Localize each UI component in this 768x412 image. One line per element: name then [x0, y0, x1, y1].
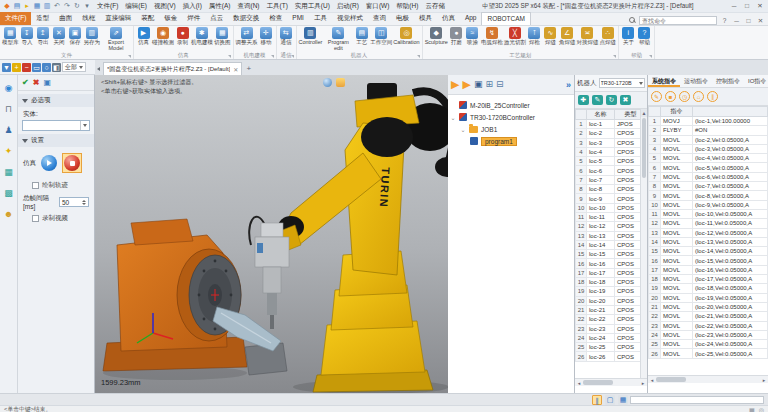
- panel-strip-icon[interactable]: ▦: [3, 167, 14, 178]
- menu-item[interactable]: 文件(F): [94, 2, 121, 11]
- ribbon-tab[interactable]: 点云: [205, 12, 228, 25]
- tab-system-instructions[interactable]: 系统指令: [648, 75, 680, 87]
- location-row[interactable]: 11loc-11CPOS: [576, 212, 647, 221]
- location-row[interactable]: 21loc-21CPOS: [576, 305, 647, 314]
- expand-icon[interactable]: ⌄: [450, 114, 456, 121]
- ribbon-button[interactable]: ▥Controller: [299, 27, 323, 46]
- ribbon-button[interactable]: ▶仿真: [136, 27, 151, 46]
- pause-instruction-icon[interactable]: ∥: [707, 91, 718, 102]
- tab-control-instructions[interactable]: 控制指令: [712, 75, 744, 87]
- location-row[interactable]: 6loc-6CPOS: [576, 166, 647, 175]
- quick-access-icon[interactable]: ▾: [83, 2, 91, 10]
- play-button[interactable]: [41, 155, 57, 171]
- filter-icon[interactable]: ○: [42, 63, 51, 72]
- instruction-row[interactable]: 23MOVL(loc-22,Vel:0.05000,A: [649, 321, 768, 330]
- entity-input[interactable]: [22, 120, 90, 131]
- ribbon-tab[interactable]: 钣金: [159, 12, 182, 25]
- menu-item[interactable]: 属性(A): [206, 2, 234, 11]
- instruction-row[interactable]: 18MOVL(loc-17,Vel:0.05000,A: [649, 275, 768, 284]
- ribbon-button[interactable]: ⇄调整关系: [236, 27, 258, 46]
- location-row[interactable]: 15loc-15CPOS: [576, 250, 647, 259]
- location-row[interactable]: 17loc-17CPOS: [576, 268, 647, 277]
- filter-icon[interactable]: −: [22, 63, 31, 72]
- scroll-thumb[interactable]: [642, 118, 646, 178]
- scroll-left-icon[interactable]: ◂: [648, 377, 656, 383]
- filter-icon[interactable]: ▼: [2, 63, 11, 72]
- ribbon-tab[interactable]: 焊件: [182, 12, 205, 25]
- instruction-row[interactable]: 14MOVL(loc-13,Vel:0.05000,A: [649, 237, 768, 246]
- spin-up-icon[interactable]: [82, 200, 86, 202]
- viewport-3d[interactable]: TURIN: [95, 75, 448, 393]
- restore-doc-icon[interactable]: □: [744, 17, 753, 24]
- group-expander-icon[interactable]: [228, 55, 231, 58]
- ribbon-tab[interactable]: 视觉样式: [332, 12, 368, 25]
- ribbon-button[interactable]: ↥导出: [36, 27, 51, 46]
- ribbon-tab[interactable]: 工具: [309, 12, 332, 25]
- collapse-panel-icon[interactable]: »: [566, 80, 571, 90]
- help-icon[interactable]: ?: [720, 17, 729, 24]
- menu-item[interactable]: 云存储: [422, 2, 448, 11]
- location-row[interactable]: 10loc-10CPOS: [576, 203, 647, 212]
- location-row[interactable]: 26loc-26CPOS: [576, 352, 647, 361]
- filter-icon[interactable]: ▭: [32, 63, 41, 72]
- close-doc-icon[interactable]: ✕: [756, 17, 765, 25]
- run-simulation-icon[interactable]: ▶: [451, 78, 459, 91]
- instruction-row[interactable]: 8MOVL(loc-7,Vel:0.05000,A: [649, 182, 768, 191]
- ribbon-button[interactable]: ?帮助: [637, 27, 652, 46]
- instruction-row[interactable]: 9MOVL(loc-8,Vel:0.05000,A: [649, 191, 768, 200]
- group-expander-icon[interactable]: [417, 55, 420, 58]
- menu-item[interactable]: 窗口(W): [363, 2, 392, 11]
- playback-field[interactable]: [630, 396, 764, 404]
- group-expander-icon[interactable]: [271, 55, 274, 58]
- scroll-right-icon[interactable]: ▸: [760, 377, 768, 383]
- tree-item-program[interactable]: program1: [450, 135, 572, 147]
- command-search-input[interactable]: [639, 16, 717, 25]
- instruction-row[interactable]: 12MOVL(loc-11,Vel:0.05000,A: [649, 219, 768, 228]
- units-icon[interactable]: ◎: [759, 406, 764, 412]
- menu-item[interactable]: 启动(R): [334, 2, 362, 11]
- horizontal-scrollbar[interactable]: ◂ ▸: [575, 378, 647, 386]
- entity-dropdown-icon[interactable]: [80, 121, 89, 130]
- panel-strip-icon[interactable]: ☻: [3, 209, 14, 220]
- tab-io-instructions[interactable]: IO指令: [744, 75, 768, 87]
- location-row[interactable]: 5loc-5CPOS: [576, 157, 647, 166]
- ribbon-button[interactable]: ∴点焊缝: [599, 27, 616, 46]
- edit-instruction-icon[interactable]: ✎: [651, 91, 662, 102]
- scroll-up-icon[interactable]: ▲: [641, 109, 647, 117]
- panel-strip-icon[interactable]: ⊓: [3, 104, 14, 115]
- scroll-right-icon[interactable]: ▸: [639, 380, 647, 386]
- close-icon[interactable]: ✕: [754, 1, 766, 11]
- restore-icon[interactable]: □: [741, 1, 753, 11]
- ribbon-button[interactable]: ▦切换图: [214, 27, 231, 46]
- document-tab[interactable]: *圆盘变位机姿态2更换叶片程序2.Z3 - [Default] ✕: [103, 62, 242, 75]
- scroll-thumb[interactable]: [656, 377, 686, 382]
- tree-item-job[interactable]: ⌄ JOB1: [450, 123, 572, 135]
- tree-item-controller[interactable]: M-20iB_25Controller: [450, 99, 572, 111]
- table-view-icon[interactable]: ▦: [618, 395, 628, 405]
- instruction-row[interactable]: 22MOVL(loc-21,Vel:0.05000,A: [649, 312, 768, 321]
- instruction-row[interactable]: 6MOVL(loc-5,Vel:0.05000,A: [649, 163, 768, 172]
- instruction-row[interactable]: 2FLYBY#ON: [649, 126, 768, 135]
- cancel-icon[interactable]: ✖: [33, 78, 40, 87]
- location-row[interactable]: 4loc-4CPOS: [576, 147, 647, 156]
- instruction-row[interactable]: 13MOVL(loc-12,Vel:0.05000,A: [649, 228, 768, 237]
- ribbon-tab[interactable]: 线框: [77, 12, 100, 25]
- quick-access-icon[interactable]: ↻: [73, 2, 81, 10]
- ribbon-button[interactable]: ✛移动: [259, 27, 274, 46]
- location-row[interactable]: 8loc-8CPOS: [576, 185, 647, 194]
- run-step-icon[interactable]: ▶: [462, 78, 470, 91]
- filter-scope-select[interactable]: 全部: [62, 62, 86, 72]
- ribbon-button[interactable]: ⇗Export Model: [101, 27, 131, 52]
- location-row[interactable]: 19loc-19CPOS: [576, 287, 647, 296]
- location-row[interactable]: 13loc-13CPOS: [576, 231, 647, 240]
- column-header[interactable]: 名称: [587, 110, 615, 120]
- instruction-row[interactable]: 5MOVL(loc-4,Vel:0.05000,A: [649, 154, 768, 163]
- snapshot-icon[interactable]: [336, 78, 345, 87]
- instruction-row[interactable]: 25MOVL(loc-24,Vel:0.05000,A: [649, 340, 768, 349]
- quick-access-icon[interactable]: ↶: [53, 2, 61, 10]
- instruction-row[interactable]: 4MOVL(loc-3,Vel:0.05000,A: [649, 144, 768, 153]
- location-row[interactable]: 16loc-16CPOS: [576, 259, 647, 268]
- frame-interval-stepper[interactable]: 50: [59, 197, 89, 207]
- instruction-row[interactable]: 7MOVL(loc-6,Vel:0.05000,A: [649, 172, 768, 181]
- ribbon-button[interactable]: ∠角焊缝: [559, 27, 576, 46]
